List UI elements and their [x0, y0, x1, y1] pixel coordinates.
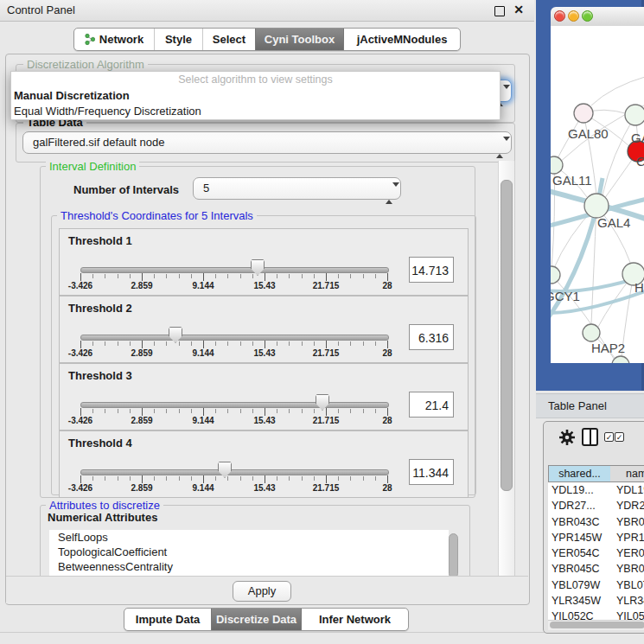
- node-gcy1[interactable]: [551, 266, 560, 284]
- list-item[interactable]: BetweennessCentrality: [49, 559, 449, 574]
- network-icon: [85, 33, 95, 46]
- dropdown-option-equal-width[interactable]: Equal Width/Frequency Discretization: [11, 104, 500, 118]
- checkbox-icon[interactable]: ✓: [604, 432, 614, 442]
- node-gal4[interactable]: [584, 194, 609, 218]
- cyni-bottom-tabs: Impute Data Discretize Data Infer Networ…: [124, 608, 409, 631]
- threshold-3-slider-track[interactable]: [80, 402, 389, 408]
- tab-impute-data[interactable]: Impute Data: [124, 609, 211, 630]
- table-row[interactable]: YDL19...YDL19...: [548, 482, 644, 498]
- node-label: GAL4: [597, 215, 630, 230]
- node-gal80[interactable]: [574, 104, 593, 123]
- discretization-algorithm-group-title: Discretization Algorithm: [23, 58, 148, 71]
- threshold-2-label: Threshold 2: [68, 302, 132, 315]
- attributes-group: Attributes to discretize Numerical Attri…: [40, 505, 470, 584]
- table-row[interactable]: YBR045CYBR045C: [548, 561, 644, 577]
- num-intervals-label: Number of Intervals: [73, 179, 179, 201]
- apply-button[interactable]: Apply: [233, 581, 291, 602]
- network-window-titlebar[interactable]: [551, 7, 644, 27]
- minimize-traffic-light[interactable]: [568, 10, 579, 22]
- threshold-1-value-field[interactable]: 14.713: [409, 257, 454, 283]
- panel-scrollbar-thumb[interactable]: [501, 180, 513, 491]
- tab-jactivemnodules[interactable]: jActiveMNodules: [344, 29, 460, 50]
- table-row[interactable]: YLR345WYLR345W: [548, 593, 644, 609]
- interval-definition-group: Interval Definition Number of Intervals …: [40, 166, 475, 498]
- tab-infer-network[interactable]: Infer Network: [302, 609, 408, 630]
- tick-marks: [80, 274, 388, 278]
- numerical-attributes-label: Numerical Attributes: [48, 511, 157, 524]
- tab-style[interactable]: Style: [154, 29, 202, 50]
- table-row[interactable]: YBR043CYBR043C: [548, 514, 644, 530]
- threshold-1-label: Threshold 1: [68, 234, 132, 247]
- tab-cyni-toolbox[interactable]: Cyni Toolbox: [255, 29, 344, 50]
- node-label: H: [634, 280, 644, 295]
- panel-title: Control Panel: [7, 0, 75, 21]
- node-label: GA: [631, 131, 644, 145]
- table-rows: YDL19...YDL19... YDR27...YDR27... YBR043…: [548, 482, 644, 620]
- zoom-traffic-light[interactable]: [582, 10, 593, 22]
- split-columns-icon[interactable]: [582, 428, 598, 446]
- tab-network[interactable]: Network: [74, 29, 154, 50]
- algorithm-dropdown-popup: Select algorithm to view settings Manual…: [10, 71, 501, 120]
- threshold-2-slider-track[interactable]: [80, 335, 389, 341]
- threshold-4-box: Threshold 4 -3.426 2.859 9.144 15.43 21.…: [59, 430, 469, 498]
- node-gal11[interactable]: [551, 156, 563, 174]
- tick-marks: [80, 341, 388, 346]
- threshold-4-value-field[interactable]: 11.344: [409, 459, 454, 485]
- table-row[interactable]: YPR145WYPR145W: [548, 530, 644, 545]
- table-hscrollbar-thumb[interactable]: [550, 622, 644, 628]
- table-row[interactable]: YBL079WYBL079W: [548, 577, 644, 593]
- dropdown-option-manual[interactable]: Manual Discretization: [11, 88, 500, 104]
- node-top-right[interactable]: [625, 105, 644, 125]
- threshold-3-box: Threshold 3 -3.426 2.859 9.144 15.43 21.…: [59, 363, 469, 430]
- table-hscrollbar-track[interactable]: [548, 620, 644, 630]
- table-panel-titlebar: Table Panel: [536, 393, 644, 418]
- interval-definition-title: Interval Definition: [46, 160, 139, 173]
- threshold-2-value-field[interactable]: 6.316: [409, 324, 454, 350]
- num-intervals-combobox[interactable]: 5: [193, 177, 401, 200]
- tick-marks: [80, 409, 388, 413]
- control-panel-tabs: Network Style Select Cyni Toolbox jActiv…: [73, 28, 461, 51]
- threshold-4-label: Threshold 4: [68, 437, 132, 450]
- node-label: C: [636, 154, 644, 169]
- threshold-1-slider-track[interactable]: [80, 267, 389, 273]
- panel-bottom-strip: Apply: [6, 576, 528, 603]
- table-data-value: galFiltered.sif default node: [33, 132, 164, 153]
- dropdown-prompt: Select algorithm to view settings: [11, 72, 500, 88]
- table-row[interactable]: YER054CYER054C: [548, 545, 644, 561]
- node-label: HAP2: [591, 341, 625, 355]
- node-hap2[interactable]: [583, 324, 600, 341]
- checkbox-icon[interactable]: ✓: [615, 432, 624, 442]
- list-item[interactable]: SelfLoops: [49, 530, 449, 545]
- tick-marks: [80, 476, 388, 481]
- table-panel-window: ✓ ✓ shared... name YDL19...YDL19... YDR2…: [543, 421, 644, 634]
- tab-select[interactable]: Select: [202, 29, 255, 50]
- combo-stepper-icon: [386, 182, 392, 196]
- table-panel-title: Table Panel: [548, 394, 607, 418]
- control-panel-titlebar: Control Panel ✕: [0, 0, 534, 22]
- thresholds-group-title: Threshold's Coordinates for 5 Intervals: [57, 209, 257, 222]
- table-data-combobox[interactable]: galFiltered.sif default node: [22, 131, 512, 154]
- thresholds-group: Threshold's Coordinates for 5 Intervals …: [51, 215, 476, 495]
- float-window-icon[interactable]: [494, 6, 505, 16]
- tab-discretize-data[interactable]: Discretize Data: [211, 609, 302, 630]
- threshold-1-box: Threshold 1 -3.426 2.859 9.144 15.43 21.…: [59, 228, 469, 296]
- panel-scrollbar-track[interactable]: [498, 161, 515, 602]
- num-intervals-value: 5: [203, 178, 209, 199]
- close-traffic-light[interactable]: [554, 10, 565, 22]
- threshold-3-label: Threshold 3: [68, 369, 132, 382]
- threshold-4-slider-track[interactable]: [80, 469, 389, 475]
- column-header-shared-name[interactable]: shared...: [548, 465, 611, 482]
- close-icon[interactable]: ✕: [513, 3, 524, 16]
- gear-icon[interactable]: [558, 429, 576, 446]
- attributes-list-scrollbar[interactable]: [449, 533, 458, 578]
- list-item[interactable]: TopologicalCoefficient: [49, 545, 449, 559]
- network-canvas[interactable]: GAL80 GA GAL11 GAL4 GCY1 H HAP2 C: [551, 26, 644, 363]
- tab-network-label: Network: [99, 29, 143, 50]
- table-row[interactable]: YDR27...YDR27...: [548, 498, 644, 513]
- node-label: GAL80: [568, 126, 609, 141]
- threshold-3-value-field[interactable]: 21.4: [409, 392, 454, 418]
- column-header-name[interactable]: name: [610, 465, 644, 482]
- attributes-group-title: Attributes to discretize: [46, 499, 163, 512]
- attributes-list[interactable]: SelfLoops TopologicalCoefficient Between…: [49, 530, 449, 577]
- table-row[interactable]: YIL052CYIL052C: [548, 609, 644, 620]
